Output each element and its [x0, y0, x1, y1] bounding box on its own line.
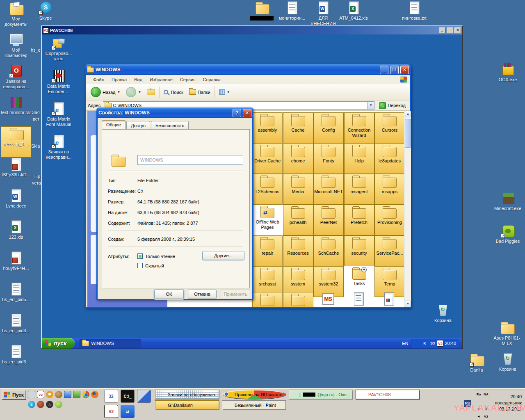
- desktop-icon[interactable]: hs_err_pid3...: [1, 345, 31, 376]
- maximize-button[interactable]: ❐: [390, 66, 399, 74]
- tray-icon[interactable]: V2: [483, 413, 489, 420]
- desktop-icon[interactable]: Мой компьютер: [1, 33, 31, 64]
- quick-launch-icon[interactable]: [73, 391, 80, 398]
- address-dropdown-button[interactable]: ▼: [367, 102, 374, 109]
- quick-launch-icon[interactable]: C:\_: [121, 390, 135, 403]
- folder-item[interactable]: pchealth: [283, 205, 313, 235]
- recycle-bin-icon[interactable]: Корзина: [493, 352, 523, 372]
- remote-start-button[interactable]: пуск: [42, 338, 75, 349]
- folder-item[interactable]: Media: [283, 174, 313, 205]
- quick-launch-icon[interactable]: [28, 391, 35, 398]
- desktop-icon[interactable]: Lync.docx: [1, 189, 31, 220]
- folder-item[interactable]: Cache: [283, 112, 313, 143]
- desktop-icon[interactable]: test monitor.rar: [1, 95, 31, 126]
- folder-item[interactable]: PeerNet: [313, 205, 344, 235]
- desktop-icon[interactable]: 123.xls: [1, 220, 31, 251]
- close-button[interactable]: ×: [454, 27, 461, 33]
- folders-button[interactable]: Папки: [186, 85, 213, 99]
- tray-icon[interactable]: Ru: [475, 391, 482, 398]
- ok-button[interactable]: ОК: [154, 290, 184, 299]
- quick-launch-icon[interactable]: [46, 391, 53, 398]
- menu-help[interactable]: Справка: [199, 76, 224, 83]
- tray-icon[interactable]: S3: [429, 340, 436, 347]
- forward-button[interactable]: → ▼: [123, 85, 144, 99]
- views-button[interactable]: ▼: [216, 85, 233, 99]
- tray-icon[interactable]: [413, 340, 420, 347]
- desktop-icon[interactable]: hs_err_pid5...: [1, 282, 31, 313]
- taskbar-task-windows[interactable]: WINDOWS: [80, 339, 141, 348]
- folder-item[interactable]: Driver Cache: [252, 143, 283, 174]
- desktop-icon[interactable]: Bad Piggies: [493, 224, 523, 244]
- folder-item[interactable]: Microsoft.NET: [313, 174, 344, 205]
- desktop-icon[interactable]: Мои документы: [1, 2, 31, 33]
- cancel-button[interactable]: Отмена: [188, 290, 217, 299]
- recycle-bin-icon[interactable]: Корзина: [428, 303, 458, 323]
- folder-item[interactable]: Config: [313, 112, 344, 143]
- back-button[interactable]: ← Назад ▼: [88, 85, 123, 99]
- tray-icon[interactable]: NA: [483, 391, 489, 398]
- menu-edit[interactable]: Правка: [108, 76, 130, 83]
- desktop-icon[interactable]: OCX.exe: [493, 62, 523, 82]
- folder-name-field[interactable]: WINDOWS: [137, 155, 243, 165]
- taskbar-task[interactable]: Безымянный - Paint: [222, 400, 286, 410]
- quick-launch-icon[interactable]: [82, 391, 89, 398]
- quick-launch-icon[interactable]: [55, 391, 62, 398]
- folder-item[interactable]: [313, 292, 344, 307]
- folder-item[interactable]: Provisioning: [374, 205, 405, 235]
- folder-item[interactable]: Connection Wizard: [344, 112, 374, 143]
- explorer-titlebar[interactable]: WINDOWS _ ❐ ✕: [85, 64, 411, 75]
- quick-launch-icon[interactable]: S: [28, 401, 35, 408]
- dialog-titlebar[interactable]: Свойства: WINDOWS ? ✕: [96, 107, 253, 118]
- desktop-icon[interactable]: ДЛЯ ВНЕСЕНИЯ: [308, 1, 338, 26]
- desktop-icon[interactable]: Asus P8H61-M LX: [492, 321, 522, 346]
- folder-item[interactable]: Fonts: [313, 143, 344, 174]
- folder-item[interactable]: msagent: [344, 174, 374, 205]
- tray-icon[interactable]: ◄: [475, 413, 482, 420]
- folder-item[interactable]: [252, 292, 283, 307]
- desktop-icon[interactable]: Заявки на неисправн...: [43, 135, 74, 167]
- scroll-down-button[interactable]: ▼: [405, 301, 411, 307]
- menu-tools[interactable]: Сервис: [176, 76, 199, 83]
- quick-launch-icon[interactable]: [91, 391, 98, 398]
- folder-item[interactable]: L2Schemas: [252, 174, 283, 205]
- quick-launch-icon[interactable]: [64, 391, 71, 398]
- tab-general[interactable]: Общие: [102, 120, 126, 129]
- desktop-icon-skype[interactable]: Skype: [34, 1, 57, 21]
- other-attributes-button[interactable]: Другие...: [202, 251, 244, 260]
- folder-item[interactable]: ehome: [283, 143, 313, 174]
- menu-view[interactable]: Вид: [130, 76, 146, 83]
- clock[interactable]: 20:40: [445, 341, 456, 346]
- scroll-up-button[interactable]: ▲: [405, 111, 411, 117]
- desktop-icon[interactable]: Danila: [462, 353, 491, 373]
- quick-launch-icon[interactable]: 32: [104, 390, 118, 403]
- folder-item[interactable]: security: [344, 235, 374, 266]
- folder-item[interactable]: ie8updates: [374, 143, 405, 174]
- folder-item[interactable]: ServicePac...: [374, 235, 405, 266]
- start-button[interactable]: Пуск: [2, 390, 26, 400]
- tray-icon[interactable]: K: [421, 340, 428, 347]
- desktop-icon[interactable]: freecap_3....: [1, 126, 31, 158]
- desktop-icon[interactable]: пинговка.txt: [399, 1, 429, 21]
- desktop-icon[interactable]: hs_err_pid3...: [1, 313, 31, 345]
- taskbar-task[interactable]: PAV1CH08: [356, 390, 420, 399]
- minimize-button[interactable]: _: [439, 27, 445, 33]
- taskbar-task[interactable]: Заявки на обслуживан...: [155, 390, 219, 399]
- vnc-titlebar[interactable]: V2 PAV1CH08 _ □ ×: [42, 26, 462, 34]
- folder-item[interactable]: assembly: [252, 112, 283, 143]
- desktop-icon-censored-folder[interactable]: [247, 1, 276, 21]
- folder-item[interactable]: Prefetch: [344, 205, 374, 235]
- language-indicator[interactable]: EN: [402, 341, 408, 346]
- taskbar-task[interactable]: G:\Danila\яп: [155, 400, 219, 410]
- desktop-icon[interactable]: Сортирово... узел: [43, 36, 74, 69]
- desktop-icon[interactable]: Заявки на неисправн...: [1, 64, 31, 95]
- folder-item[interactable]: Offline Web Pages: [252, 205, 283, 235]
- desktop-icon[interactable]: tSFp33U-kD...: [1, 158, 31, 189]
- folder-item[interactable]: [283, 292, 313, 307]
- desktop-icon[interactable]: ATM_0412.xls: [339, 1, 368, 21]
- maximize-button[interactable]: □: [447, 27, 453, 33]
- folder-item[interactable]: Help: [344, 143, 374, 174]
- folder-item[interactable]: [374, 292, 405, 307]
- desktop-icon[interactable]: мониторин...: [277, 1, 307, 21]
- folder-item[interactable]: msapps: [374, 174, 405, 205]
- minimize-button[interactable]: _: [380, 66, 388, 74]
